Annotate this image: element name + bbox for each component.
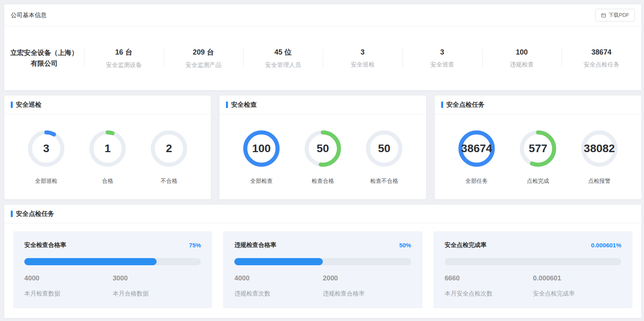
- stat-label: 违规检查: [482, 61, 562, 69]
- rate-panels-row: 安全检查合格率 75% 4000 本月检查数据 3000 本月合格数据 违规检查…: [4, 223, 641, 319]
- donut-value: 3: [28, 130, 65, 167]
- donut-ring: 2: [151, 130, 187, 167]
- ring-card-header: 安全检查: [220, 96, 426, 114]
- rate-stat-label: 安全点检完成率: [533, 290, 621, 298]
- donut-ring: 100: [243, 130, 280, 167]
- rate-stat: 4000 违规检查次数: [234, 274, 323, 298]
- donut-stat: 577 点检完成: [520, 130, 556, 185]
- company-stats-row: 立宏安全设备（上海）有限公司 16 台 安全监测设备 209 台 安全监测产品 …: [4, 26, 641, 90]
- rings-row: 100 全部检查 50 检查合格 50 检查不合格: [220, 114, 426, 185]
- donut-label: 全部巡检: [35, 178, 57, 185]
- rate-stat: 2000 违规检查合格率: [323, 274, 411, 298]
- stat-label: 安全巡查: [402, 61, 482, 69]
- rate-stat-label: 本月检查数据: [24, 290, 113, 298]
- donut-ring: 577: [520, 130, 556, 167]
- donut-label: 全部任务: [465, 178, 488, 185]
- donut-value: 38674: [458, 130, 495, 167]
- title-accent-bar: [226, 102, 228, 108]
- ring-card: 安全巡检 3 全部巡检 1 合格 2 不合格: [4, 95, 211, 200]
- donut-value: 577: [520, 130, 556, 167]
- donut-label: 不合格: [161, 178, 177, 185]
- rate-stat-value: 4000: [234, 274, 323, 282]
- card-title: 安全巡检: [16, 101, 41, 109]
- donut-label: 检查不合格: [370, 178, 398, 185]
- rate-stat-value: 0.000601: [533, 274, 621, 282]
- download-pdf-button[interactable]: 下载PDF: [595, 9, 635, 22]
- inspection-task-card: 安全点检任务 安全检查合格率 75% 4000 本月检查数据 3000 本月合格…: [4, 204, 642, 318]
- donut-label: 点检报警: [588, 178, 611, 185]
- rate-panel-top: 安全检查合格率 75%: [24, 241, 201, 249]
- rate-percent: 0.000601%: [591, 242, 621, 249]
- progress-fill: [24, 258, 157, 265]
- stat-value: 209 台: [164, 47, 243, 57]
- rate-stat: 0.000601 安全点检完成率: [533, 274, 621, 298]
- ring-card-header: 安全点检任务: [435, 96, 641, 114]
- rate-percent: 75%: [189, 242, 201, 249]
- rate-panel: 违规检查合格率 50% 4000 违规检查次数 2000 违规检查合格率: [223, 231, 422, 308]
- donut-stat: 3 全部巡检: [28, 130, 65, 185]
- rate-stat: 4000 本月检查数据: [24, 274, 113, 298]
- rate-panel-top: 安全点检完成率 0.000601%: [445, 241, 621, 249]
- ring-card: 安全点检任务 38674 全部任务 577 点检完成 38082: [434, 95, 642, 200]
- rate-stat: 6660 本月安全点检次数: [445, 274, 533, 298]
- rate-percent: 50%: [399, 242, 411, 249]
- donut-value: 2: [151, 130, 187, 167]
- card-title: 安全检查: [231, 101, 257, 109]
- inspection-task-header: 安全点检任务: [4, 205, 641, 223]
- donut-label: 检查合格: [312, 178, 334, 185]
- donut-value: 1: [89, 130, 126, 167]
- ring-card-header: 安全巡检: [4, 96, 211, 114]
- rate-stat-value: 2000: [323, 274, 411, 282]
- donut-ring: 50: [366, 130, 402, 167]
- rate-stat: 3000 本月合格数据: [113, 274, 201, 298]
- company-info-header: 公司基本信息 下载PDF: [4, 4, 641, 26]
- stat-label: 安全监测设备: [84, 61, 164, 69]
- donut-value: 50: [304, 130, 341, 167]
- title-accent-bar: [441, 102, 443, 108]
- donut-ring: 50: [304, 130, 341, 167]
- company-name: 立宏安全设备（上海）有限公司: [4, 47, 84, 69]
- rate-stat-label: 本月合格数据: [113, 290, 201, 298]
- card-title: 安全点检任务: [446, 101, 485, 109]
- rate-stats-row: 4000 本月检查数据 3000 本月合格数据: [24, 274, 201, 298]
- stat-item: 38674 安全点检任务: [562, 48, 641, 69]
- donut-value: 38082: [581, 130, 618, 167]
- stat-value: 100: [482, 48, 562, 57]
- donut-value: 50: [366, 130, 402, 167]
- stat-label: 安全点检任务: [562, 61, 641, 69]
- stat-item: 3 安全巡查: [402, 48, 482, 69]
- rate-stat-label: 本月安全点检次数: [445, 290, 533, 298]
- donut-stat: 100 全部检查: [243, 130, 280, 185]
- ring-cards-row: 安全巡检 3 全部巡检 1 合格 2 不合格: [4, 95, 642, 200]
- download-pdf-label: 下载PDF: [609, 12, 629, 19]
- page-title: 公司基本信息: [11, 12, 47, 19]
- donut-ring: 38082: [581, 130, 618, 167]
- company-info-card: 公司基本信息 下载PDF 立宏安全设备（上海）有限公司 16 台 安全监测设备 …: [4, 4, 642, 90]
- rate-stat-value: 6660: [445, 274, 533, 282]
- progress-bar: [234, 258, 411, 265]
- stat-item: 45 位 安全管理人员: [243, 47, 323, 69]
- donut-label: 合格: [102, 178, 113, 185]
- stat-item: 209 台 安全监测产品: [164, 47, 243, 69]
- rings-row: 3 全部巡检 1 合格 2 不合格: [4, 114, 211, 185]
- stat-value: 45 位: [243, 47, 323, 57]
- rate-panel: 安全点检完成率 0.000601% 6660 本月安全点检次数 0.000601…: [434, 231, 632, 308]
- rate-stat-value: 4000: [24, 274, 113, 282]
- rate-panel: 安全检查合格率 75% 4000 本月检查数据 3000 本月合格数据: [13, 231, 212, 308]
- progress-fill: [234, 258, 323, 265]
- donut-stat: 38082 点检报警: [581, 130, 618, 185]
- rate-title: 违规检查合格率: [234, 241, 276, 249]
- rings-row: 38674 全部任务 577 点检完成 38082 点检报警: [435, 114, 641, 185]
- donut-value: 100: [243, 130, 280, 167]
- progress-bar: [445, 258, 621, 265]
- stat-label: 安全巡检: [323, 61, 402, 69]
- title-accent-bar: [11, 211, 13, 217]
- ring-card: 安全检查 100 全部检查 50 检查合格 50 检查不: [219, 95, 426, 200]
- inspection-task-title: 安全点检任务: [16, 210, 54, 218]
- rate-title: 安全点检完成率: [445, 241, 487, 249]
- stat-value: 3: [402, 48, 482, 57]
- donut-ring: 1: [89, 130, 126, 167]
- donut-stat: 38674 全部任务: [458, 130, 495, 185]
- stat-item: 100 违规检查: [482, 48, 562, 69]
- stat-item: 3 安全巡检: [323, 48, 402, 69]
